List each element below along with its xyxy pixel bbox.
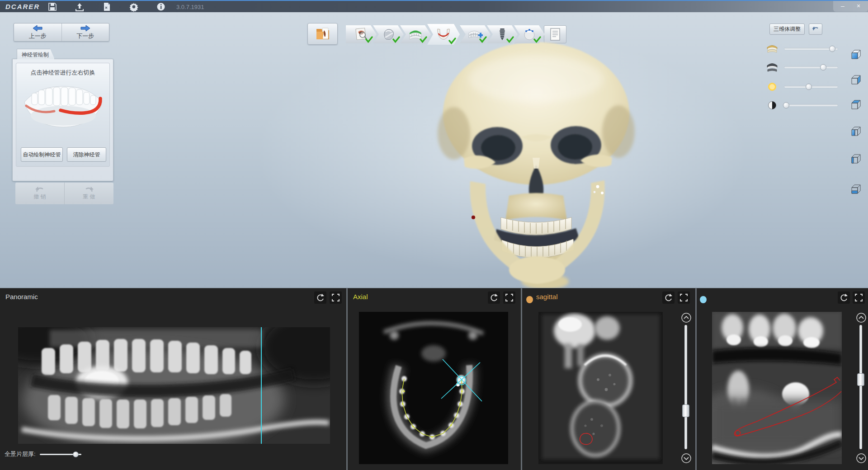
app-logo: DCARER	[5, 3, 40, 10]
nerve-canal-preview-image[interactable]	[21, 83, 106, 131]
cube-front-left-icon	[849, 125, 862, 138]
fullscreen-icon	[854, 293, 863, 302]
cross-scroll-up-button[interactable]	[856, 312, 867, 323]
reset-view-icon	[490, 293, 498, 302]
cross-scrollbar[interactable]	[859, 325, 862, 449]
reset-adjust-button[interactable]	[809, 24, 822, 35]
sagittal-scroll-down-button[interactable]	[681, 453, 692, 464]
cross-fullscreen-button[interactable]	[853, 291, 865, 304]
nerve-panel-body: 点击神经管进行左右切换 自动绘制神经管 清除神经管	[16, 63, 110, 167]
contrast-slider[interactable]	[784, 104, 838, 106]
info-circle-icon	[156, 2, 166, 12]
view-cube-bottom[interactable]	[849, 183, 862, 196]
view-cube-top[interactable]	[849, 99, 862, 111]
fullscreen-icon	[505, 293, 514, 302]
axial-fullscreen-button[interactable]	[503, 291, 515, 304]
cross-scroll-down-button[interactable]	[856, 453, 867, 464]
reset-view-icon	[316, 293, 325, 302]
open-jaw-opacity-icon	[766, 61, 778, 74]
axial-ct-image[interactable]	[359, 312, 508, 464]
document-icon	[102, 2, 112, 12]
undo-redo-group: 撤 销 重 做	[15, 183, 113, 204]
save-icon[interactable]	[47, 2, 57, 12]
redo-arrow-icon	[84, 186, 94, 193]
sagittal-ct-image[interactable]	[538, 312, 663, 464]
volume-adjust-button[interactable]: 三维体调整	[769, 24, 805, 35]
panoramic-xray-image[interactable]	[18, 327, 330, 444]
close-button[interactable]: ×	[852, 1, 865, 11]
arrow-right-icon	[80, 25, 91, 32]
panoramic-fullscreen-button[interactable]	[330, 291, 342, 304]
undo-arrow-icon	[34, 186, 45, 193]
info-icon[interactable]	[156, 2, 166, 12]
view-cube-left[interactable]	[849, 153, 862, 165]
upper-jaw-opacity-slider[interactable]	[784, 48, 838, 50]
slider-thumb[interactable]	[806, 84, 812, 90]
skull-3d-volume-render[interactable]	[420, 38, 656, 289]
contrast-icon	[766, 99, 778, 112]
cross-reset-button[interactable]	[838, 291, 850, 304]
nerve-panel-tab[interactable]: 神经管绘制	[17, 49, 55, 59]
panoramic-reset-button[interactable]	[314, 291, 326, 304]
cube-right-icon	[849, 74, 862, 86]
reset-view-icon	[840, 293, 848, 302]
workflow-step-scan-review[interactable]	[346, 25, 377, 43]
view-cube-right[interactable]	[849, 74, 862, 86]
sagittal-scrollbar[interactable]	[684, 325, 687, 449]
view-cube-front[interactable]	[849, 48, 862, 61]
cross-section-ct-image[interactable]	[712, 312, 842, 464]
minimize-button[interactable]: –	[837, 1, 849, 11]
sagittal-scroll-thumb[interactable]	[682, 404, 689, 417]
slider-row-upper-jaw	[766, 42, 840, 55]
brightness-slider[interactable]	[784, 86, 838, 88]
undo-small-icon	[811, 25, 820, 32]
slice-thickness-slider[interactable]	[40, 454, 81, 455]
export-icon[interactable]	[75, 2, 85, 12]
panel-divider	[521, 288, 522, 470]
previous-step-button[interactable]: 上一步	[14, 24, 61, 41]
sagittal-scroll-up-button[interactable]	[681, 312, 692, 323]
axial-title: Axial	[353, 293, 368, 301]
fullscreen-icon	[331, 293, 340, 302]
cross-scroll-thumb[interactable]	[857, 373, 864, 386]
cube-front-icon	[849, 48, 862, 61]
panel-divider	[695, 288, 697, 470]
redo-label: 重 做	[83, 193, 95, 201]
report-file-icon[interactable]	[102, 2, 112, 12]
lower-jaw-opacity-slider[interactable]	[784, 66, 838, 68]
next-step-button[interactable]: 下一步	[61, 24, 109, 41]
nerve-marker-dot[interactable]	[472, 216, 475, 219]
slider-thumb[interactable]	[783, 102, 789, 108]
auto-draw-nerve-button[interactable]: 自动绘制神经管	[21, 147, 63, 162]
viewport-strip: Panoramic Axial sagittal	[0, 288, 868, 470]
slice-thickness-thumb[interactable]	[73, 451, 79, 457]
slider-thumb[interactable]	[820, 64, 826, 70]
chevron-up-circle-icon	[681, 312, 692, 323]
open-case-folder-icon	[315, 26, 330, 42]
main-3d-stage[interactable]: 上一步 下一步 神经管绘制 点击神经管进行左右切换	[0, 12, 868, 288]
sagittal-fullscreen-button[interactable]	[678, 291, 690, 304]
sagittal-reset-button[interactable]	[662, 291, 675, 304]
reset-view-icon	[664, 293, 673, 302]
redo-button[interactable]: 重 做	[64, 183, 113, 204]
nerve-instruction-text: 点击神经管进行左右切换	[16, 69, 109, 77]
gear-icon	[129, 2, 139, 12]
chevron-down-circle-icon	[681, 453, 692, 464]
panoramic-title: Panoramic	[5, 293, 38, 301]
settings-gear-icon[interactable]	[129, 2, 139, 12]
export-arrow-icon	[75, 2, 85, 12]
slider-thumb[interactable]	[829, 46, 835, 52]
upper-lower-jaw-opacity-icon	[766, 42, 778, 55]
cross-section-dot	[700, 296, 707, 303]
cube-top-icon	[849, 99, 862, 111]
open-case-folder-button[interactable]	[307, 23, 338, 45]
view-cube-front-left[interactable]	[849, 125, 862, 138]
title-bar: DCARER 3.0.7.1931 – ×	[0, 0, 868, 12]
clear-nerve-button[interactable]: 清除神经管	[67, 147, 106, 162]
next-step-label: 下一步	[76, 32, 94, 40]
window-controls: – ×	[833, 1, 868, 12]
slice-thickness-label: 全景片层厚:	[5, 450, 36, 458]
undo-label: 撤 销	[33, 193, 46, 201]
axial-reset-button[interactable]	[488, 291, 500, 304]
undo-button[interactable]: 撤 销	[15, 183, 64, 204]
